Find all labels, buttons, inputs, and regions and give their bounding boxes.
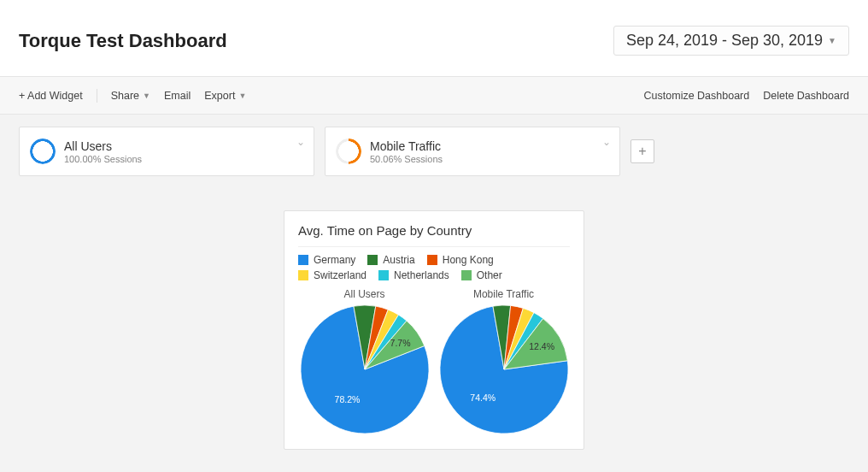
segment-info: Mobile Traffic 50.06% Sessions [370, 139, 443, 164]
legend-swatch [378, 270, 389, 280]
svg-text:74.4%: 74.4% [470, 392, 496, 403]
svg-text:78.2%: 78.2% [334, 394, 360, 404]
legend-label: Austria [383, 254, 414, 266]
share-label: Share [111, 90, 139, 102]
segment-sub: 50.06% Sessions [370, 154, 443, 164]
segment-card[interactable]: All Users 100.00% Sessions⌄ [19, 127, 314, 176]
export-button[interactable]: Export ▼ [204, 90, 246, 102]
legend-label: Hong Kong [443, 254, 494, 266]
pie-chart: 78.2%7.7% [301, 305, 429, 434]
add-widget-label: + Add Widget [19, 90, 83, 102]
segment-card[interactable]: Mobile Traffic 50.06% Sessions⌄ [325, 127, 620, 176]
pie-row: All Users78.2%7.7%Mobile Traffic74.4%12.… [298, 288, 570, 434]
legend-item: Switzerland [298, 269, 367, 281]
header: Torque Test Dashboard Sep 24, 2019 - Sep… [0, 0, 868, 77]
chevron-down-icon: ▼ [238, 91, 246, 100]
segment-ring-icon [30, 139, 56, 164]
legend-swatch [427, 255, 437, 265]
chart-legend: GermanyAustriaHong KongSwitzerlandNether… [298, 254, 570, 281]
toolbar-left: + Add Widget Share ▼ Email Export ▼ [19, 89, 246, 103]
email-label: Email [164, 90, 191, 102]
segments-row: All Users 100.00% Sessions⌄Mobile Traffi… [19, 127, 849, 176]
segment-name: All Users [64, 139, 142, 153]
legend-swatch [367, 255, 378, 265]
segment-info: All Users 100.00% Sessions [64, 139, 142, 164]
legend-swatch [298, 255, 308, 265]
toolbar-right: Customize Dashboard Delete Dashboard [644, 90, 849, 102]
legend-swatch [298, 270, 308, 280]
legend-label: Netherlands [394, 269, 449, 281]
chevron-down-icon: ⌄ [602, 136, 611, 148]
legend-swatch [461, 270, 472, 280]
widget-title: Avg. Time on Page by Country [298, 223, 570, 238]
legend-item: Germany [298, 254, 355, 266]
svg-text:7.7%: 7.7% [390, 338, 410, 348]
segment-sub: 100.00% Sessions [64, 154, 142, 164]
page-title: Torque Test Dashboard [19, 30, 227, 52]
divider [97, 89, 97, 103]
segment-name: Mobile Traffic [370, 139, 443, 153]
segment-ring-icon [336, 139, 361, 164]
customize-dashboard-button[interactable]: Customize Dashboard [644, 90, 750, 102]
widget-avg-time-country: Avg. Time on Page by Country GermanyAust… [284, 210, 584, 450]
legend-item: Hong Kong [427, 254, 494, 266]
legend-item: Austria [367, 254, 414, 266]
svg-text:12.4%: 12.4% [529, 341, 554, 351]
date-range-text: Sep 24, 2019 - Sep 30, 2019 [626, 32, 823, 50]
pie-column: All Users78.2%7.7% [301, 288, 429, 434]
date-range-picker[interactable]: Sep 24, 2019 - Sep 30, 2019 ▼ [613, 26, 849, 56]
delete-dashboard-button[interactable]: Delete Dashboard [763, 90, 849, 102]
share-button[interactable]: Share ▼ [111, 90, 150, 102]
legend-label: Other [477, 269, 502, 281]
legend-item: Netherlands [378, 269, 449, 281]
content-area: All Users 100.00% Sessions⌄Mobile Traffi… [0, 115, 868, 472]
chevron-down-icon: ▼ [143, 91, 150, 100]
legend-item: Other [461, 269, 502, 281]
legend-label: Switzerland [314, 269, 367, 281]
chevron-down-icon: ▼ [828, 36, 836, 45]
pie-title: Mobile Traffic [473, 288, 534, 300]
toolbar: + Add Widget Share ▼ Email Export ▼ Cust… [0, 77, 868, 115]
pie-chart: 74.4%12.4% [440, 305, 568, 434]
divider [298, 246, 570, 247]
email-button[interactable]: Email [164, 90, 191, 102]
chevron-down-icon: ⌄ [296, 136, 305, 148]
export-label: Export [204, 90, 235, 102]
add-widget-button[interactable]: + Add Widget [19, 90, 83, 102]
customize-label: Customize Dashboard [644, 90, 750, 102]
pie-column: Mobile Traffic74.4%12.4% [440, 288, 568, 434]
pie-title: All Users [343, 288, 384, 300]
add-segment-button[interactable]: + [630, 139, 654, 163]
legend-label: Germany [314, 254, 355, 266]
delete-label: Delete Dashboard [763, 90, 849, 102]
